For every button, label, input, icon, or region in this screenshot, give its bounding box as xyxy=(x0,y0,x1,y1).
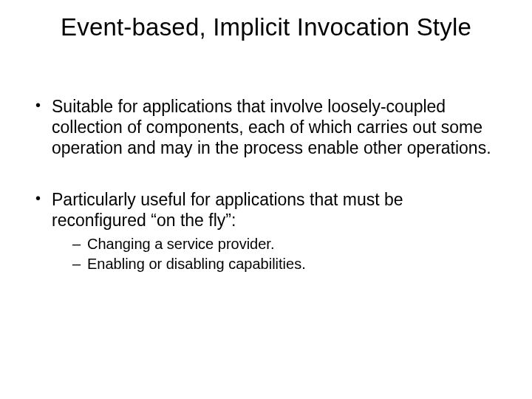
sub-bullet-text: Changing a service provider. xyxy=(87,236,274,252)
bullet-item: Suitable for applications that involve l… xyxy=(34,96,499,158)
sub-bullet-list: Changing a service provider. Enabling or… xyxy=(52,235,499,273)
sub-bullet-item: Enabling or disabling capabilities. xyxy=(72,255,499,273)
bullet-item: Particularly useful for applications tha… xyxy=(34,189,499,273)
sub-bullet-text: Enabling or disabling capabilities. xyxy=(87,256,306,272)
sub-bullet-item: Changing a service provider. xyxy=(72,235,499,253)
slide-title: Event-based, Implicit Invocation Style xyxy=(0,13,532,41)
bullet-text: Particularly useful for applications tha… xyxy=(52,190,403,230)
bullet-list: Suitable for applications that involve l… xyxy=(34,96,499,273)
slide-body: Suitable for applications that involve l… xyxy=(34,96,499,304)
bullet-text: Suitable for applications that involve l… xyxy=(52,97,491,157)
slide: Event-based, Implicit Invocation Style S… xyxy=(0,0,532,399)
